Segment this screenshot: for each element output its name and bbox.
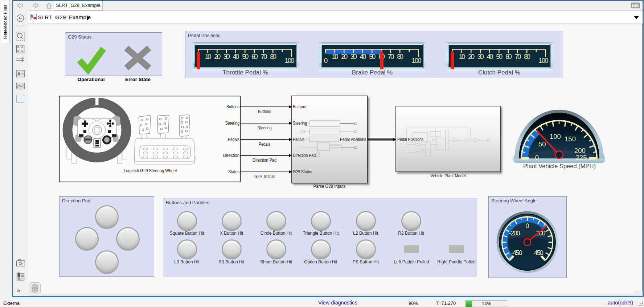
svg-text:Direction Pad: Direction Pad [253, 158, 276, 163]
svg-text:30: 30 [477, 53, 484, 60]
svg-text:Plant Vehicle Speed (MPH): Plant Vehicle Speed (MPH) [523, 163, 596, 169]
svg-text:Throttle Pedal %: Throttle Pedal % [222, 69, 268, 76]
svg-text:40: 40 [487, 53, 493, 60]
svg-text:70: 70 [261, 53, 267, 60]
svg-text:Pedals: Pedals [228, 137, 239, 142]
svg-text:30: 30 [223, 53, 230, 60]
svg-text:Clutch Pedal %: Clutch Pedal % [478, 69, 520, 76]
svg-text:Buttons: Buttons [258, 109, 271, 114]
svg-text:150: 150 [565, 135, 576, 143]
svg-text:Steering: Steering [225, 121, 239, 126]
svg-text:60: 60 [505, 53, 512, 60]
svg-text:A: A [17, 72, 21, 77]
svg-text:Buttons: Buttons [226, 104, 239, 109]
svg-text:Buttons: Buttons [293, 104, 306, 109]
svg-text:40: 40 [233, 53, 239, 60]
svg-text:G29_Status: G29_Status [254, 174, 275, 179]
svg-text:10: 10 [205, 53, 212, 60]
svg-text:70: 70 [388, 53, 394, 60]
svg-text:450: 450 [534, 249, 543, 256]
svg-text:30: 30 [350, 53, 357, 60]
svg-text:»: » [17, 287, 20, 294]
svg-text:G29 Status: G29 Status [293, 169, 312, 174]
svg-text:200: 200 [574, 147, 586, 154]
svg-text:80: 80 [270, 53, 276, 60]
svg-text:Direction: Direction [223, 153, 239, 158]
svg-text:10: 10 [332, 53, 339, 60]
svg-text:80: 80 [397, 53, 403, 60]
svg-text:70: 70 [515, 53, 521, 60]
svg-text:Pedal Positions: Pedal Positions [397, 137, 423, 142]
svg-text:80: 80 [524, 53, 530, 60]
svg-text:100: 100 [285, 57, 295, 64]
svg-text:100: 100 [412, 57, 422, 64]
svg-text:20: 20 [468, 53, 475, 60]
svg-text:Direction Pad: Direction Pad [293, 153, 316, 158]
svg-text:Pedals: Pedals [259, 142, 270, 147]
svg-text:20: 20 [341, 53, 348, 60]
svg-text:Steering: Steering [258, 125, 272, 130]
svg-text:0: 0 [535, 154, 539, 161]
svg-text:20: 20 [214, 53, 221, 60]
svg-text:60: 60 [251, 53, 258, 60]
svg-text:40: 40 [360, 53, 366, 60]
svg-text:Pedal Positions: Pedal Positions [340, 137, 366, 142]
svg-text:Brake Pedal %: Brake Pedal % [352, 69, 393, 76]
svg-text:0: 0 [525, 222, 529, 230]
svg-text:50: 50 [496, 53, 503, 60]
svg-text:-450: -450 [511, 249, 522, 256]
svg-text:100: 100 [550, 133, 561, 140]
svg-text:Steering: Steering [293, 121, 307, 126]
svg-text:50: 50 [538, 140, 546, 148]
svg-text:50: 50 [369, 53, 376, 60]
svg-text:Status: Status [228, 169, 239, 174]
svg-text:10: 10 [459, 53, 465, 60]
svg-text:Parse G29 Inputs: Parse G29 Inputs [313, 184, 346, 189]
svg-text:Pedals: Pedals [293, 137, 304, 142]
svg-text:100: 100 [539, 57, 549, 64]
svg-text:0: 0 [324, 57, 328, 64]
svg-text:-200: -200 [509, 230, 520, 237]
svg-text:50: 50 [242, 53, 249, 60]
svg-text:Logitech G29 Steering Wheel: Logitech G29 Steering Wheel [124, 168, 177, 173]
svg-text:Vehicle Plant Model: Vehicle Plant Model [431, 173, 466, 178]
svg-text:225: 225 [576, 154, 587, 161]
